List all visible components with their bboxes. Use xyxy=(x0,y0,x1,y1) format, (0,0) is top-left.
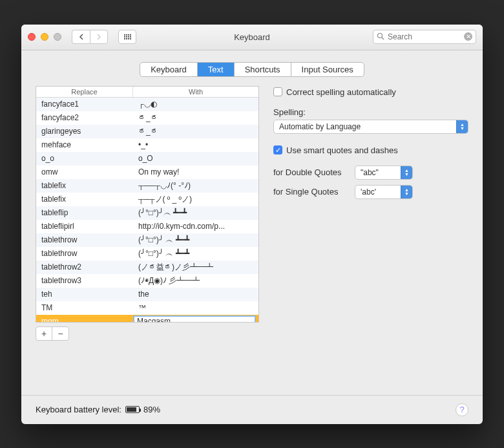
zoom-window-button[interactable] xyxy=(54,33,61,41)
grid-icon xyxy=(124,34,131,39)
tab-bar: KeyboardTextShortcutsInput Sources xyxy=(36,62,468,77)
single-quotes-select[interactable]: 'abc' ▲▼ xyxy=(355,185,413,199)
cell-with: ┬──┬◡ﾉ(° -°ﾉ) xyxy=(133,181,258,190)
svg-point-0 xyxy=(378,34,383,38)
double-quotes-select[interactable]: "abc" ▲▼ xyxy=(355,165,413,180)
cell-replace: tableflipirl xyxy=(36,222,133,231)
cell-with: http://i0.kym-cdn.com/p... xyxy=(133,222,258,231)
show-all-button[interactable] xyxy=(118,30,136,44)
remove-button[interactable]: − xyxy=(52,327,68,340)
cell-replace: omw xyxy=(36,167,133,176)
footer: Keyboard battery level: 89% ? xyxy=(21,395,483,424)
table-row[interactable]: tableflipirlhttp://i0.kym-cdn.com/p... xyxy=(36,220,258,233)
table-row[interactable]: tablethrow(╯°□°)╯ ︵ ┻━┻ xyxy=(36,233,258,247)
table-row[interactable]: tehthe xyxy=(36,288,258,301)
table-row[interactable]: glaringeyesಠ_ಠ xyxy=(36,125,258,138)
add-remove-buttons: + − xyxy=(36,326,69,341)
cell-replace: glaringeyes xyxy=(36,127,133,136)
cell-with: (╯°□°)╯ ︵ ┻━┻ xyxy=(133,248,258,259)
minimize-window-button[interactable] xyxy=(41,33,48,41)
question-icon: ? xyxy=(459,405,464,414)
cell-with: •_• xyxy=(133,140,258,149)
cell-replace: tablethrow xyxy=(36,235,133,244)
preferences-window: Keyboard ✕ KeyboardTextShortcutsInput So… xyxy=(21,25,483,424)
replacements-column: Replace With fancyface1┌◡◐fancyface2ಠ_ಠg… xyxy=(36,86,259,387)
table-row[interactable]: TM™ xyxy=(36,301,258,315)
table-row[interactable]: tableflip(╯°□°)╯︵ ┻━┻ xyxy=(36,206,258,220)
cell-replace: tablefix xyxy=(36,195,133,204)
tab-shortcuts[interactable]: Shortcuts xyxy=(235,63,291,76)
cell-replace: teh xyxy=(36,290,133,299)
single-quotes-label: for Single Quotes xyxy=(273,187,350,197)
table-row[interactable]: omwOn my way! xyxy=(36,165,258,179)
column-header-with[interactable]: With xyxy=(133,87,258,97)
cell-with-input[interactable]: Macgasm xyxy=(133,315,256,322)
spelling-value: Automatic by Language xyxy=(279,122,361,131)
cell-replace: tablethrow2 xyxy=(36,262,133,272)
battery-percent: 89% xyxy=(143,405,160,414)
replacements-table: Replace With fancyface1┌◡◐fancyface2ಠ_ಠg… xyxy=(36,86,259,323)
cell-replace: tablethrow xyxy=(36,249,133,258)
search-wrap: ✕ xyxy=(373,30,476,44)
single-quotes-value: 'abc' xyxy=(361,187,376,197)
double-quotes-label: for Double Quotes xyxy=(273,167,350,177)
traffic-lights xyxy=(28,33,61,41)
help-button[interactable]: ? xyxy=(456,403,468,416)
select-arrows-icon: ▲▼ xyxy=(456,120,468,133)
table-row[interactable]: tablethrow2(ノಠ益ಠ)ノ彡┻━┻ xyxy=(36,261,258,274)
search-icon xyxy=(377,32,384,40)
table-row-editing[interactable]: mgmMacgasm xyxy=(36,315,258,322)
add-button[interactable]: + xyxy=(36,327,52,340)
table-row[interactable]: tablethrow3(ﾉ◉Д◉)ﾉ 彡┻━┻ xyxy=(36,274,258,288)
tab-input-sources[interactable]: Input Sources xyxy=(291,63,364,76)
chevron-right-icon xyxy=(96,34,101,40)
cell-replace: tablefix xyxy=(36,181,133,190)
cell-replace[interactable]: mgm xyxy=(36,317,133,322)
minus-icon: − xyxy=(58,328,63,339)
cell-with: (╯°□°)╯︵ ┻━┻ xyxy=(133,208,258,219)
options-column: Correct spelling automatically Spelling:… xyxy=(273,86,468,387)
table-row[interactable]: o_oo_O xyxy=(36,152,258,165)
cell-with: the xyxy=(133,290,258,299)
nav-buttons xyxy=(72,30,108,44)
table-row[interactable]: fancyface2ಠ_ಠ xyxy=(36,111,258,125)
back-button[interactable] xyxy=(72,30,90,44)
cell-replace: tableflip xyxy=(36,208,133,217)
spelling-select[interactable]: Automatic by Language ▲▼ xyxy=(273,120,468,134)
cell-replace: TM xyxy=(36,303,133,312)
close-window-button[interactable] xyxy=(28,33,36,41)
plus-icon: + xyxy=(41,328,47,339)
cell-replace: fancyface1 xyxy=(36,100,133,109)
cell-with: (╯°□°)╯ ︵ ┻━┻ xyxy=(133,235,258,246)
column-header-replace[interactable]: Replace xyxy=(36,87,133,97)
content-area: KeyboardTextShortcutsInput Sources Repla… xyxy=(21,50,483,395)
cell-with: (ノಠ益ಠ)ノ彡┻━┻ xyxy=(133,262,258,273)
checkmark-icon: ✓ xyxy=(275,146,281,155)
smart-quotes-label: Use smart quotes and dashes xyxy=(286,145,398,155)
clear-search-button[interactable]: ✕ xyxy=(464,32,472,41)
cell-replace: fancyface2 xyxy=(36,113,133,122)
double-quotes-value: "abc" xyxy=(361,168,379,177)
tab-text[interactable]: Text xyxy=(198,63,235,76)
x-icon: ✕ xyxy=(466,34,471,40)
cell-with: ಠ_ಠ xyxy=(133,127,258,136)
correct-spelling-label: Correct spelling automatically xyxy=(286,87,396,97)
titlebar: Keyboard ✕ xyxy=(21,25,483,50)
tab-keyboard[interactable]: Keyboard xyxy=(140,63,198,76)
cell-with: ┌◡◐ xyxy=(133,100,258,109)
cell-replace: tablethrow3 xyxy=(36,276,133,285)
forward-button[interactable] xyxy=(90,30,108,44)
chevron-left-icon xyxy=(79,34,84,40)
table-row[interactable]: tablethrow(╯°□°)╯ ︵ ┻━┻ xyxy=(36,247,258,261)
table-row[interactable]: fancyface1┌◡◐ xyxy=(36,98,258,111)
correct-spelling-checkbox[interactable] xyxy=(273,87,282,96)
table-row[interactable]: mehface•_• xyxy=(36,138,258,152)
battery-label: Keyboard battery level: xyxy=(36,405,121,414)
cell-with: o_O xyxy=(133,154,258,163)
table-row[interactable]: tablefix┬──┬◡ﾉ(° -°ﾉ) xyxy=(36,179,258,193)
search-input[interactable] xyxy=(373,30,476,44)
table-row[interactable]: tablefix┬─┬ノ( º _ ºノ) xyxy=(36,193,258,206)
cell-with: ಠ_ಠ xyxy=(133,113,258,122)
battery-icon xyxy=(125,406,140,413)
smart-quotes-checkbox[interactable]: ✓ xyxy=(273,145,282,155)
